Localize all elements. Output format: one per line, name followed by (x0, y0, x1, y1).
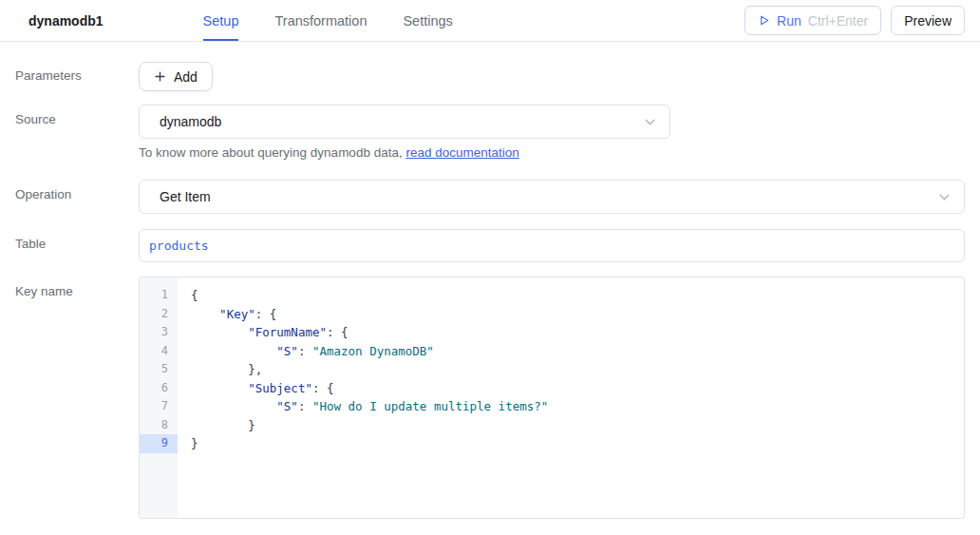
line-number: 6 (140, 379, 178, 398)
chevron-down-icon (936, 189, 952, 205)
operation-row: Operation Get Item (15, 180, 965, 214)
table-row: Table (15, 229, 965, 262)
query-name: dynamodb1 (28, 13, 104, 29)
key-name-label: Key name (15, 277, 139, 519)
operation-selected-value: Get Item (160, 189, 211, 204)
line-number: 5 (140, 360, 178, 379)
code-line: "Key": { (191, 305, 548, 324)
tab-transformation[interactable]: Transformation (274, 0, 367, 41)
preview-button[interactable]: Preview (891, 6, 965, 35)
preview-button-label: Preview (904, 13, 952, 29)
source-select[interactable]: dynamodb (139, 105, 670, 139)
line-number: 8 (140, 416, 178, 435)
parameters-label: Parameters (15, 62, 139, 91)
parameters-row: Parameters Add (15, 62, 965, 91)
source-row: Source dynamodb To know more about query… (15, 105, 965, 160)
header-actions: Run Ctrl+Enter Preview (744, 0, 965, 41)
read-documentation-link[interactable]: read documentation (405, 145, 518, 160)
line-number: 7 (140, 397, 178, 416)
code-line: "S": "How do I update multiple items?" (191, 397, 548, 416)
source-helper-text: To know more about querying dynamodb dat… (139, 145, 965, 160)
query-tabs: Setup Transformation Settings (203, 0, 453, 41)
code-line: "Subject": { (191, 379, 548, 398)
add-button-label: Add (174, 69, 198, 85)
code-line: "S": "Amazon DynamoDB" (191, 342, 548, 361)
play-icon (758, 14, 770, 27)
source-label: Source (15, 105, 139, 160)
tab-settings[interactable]: Settings (403, 0, 452, 41)
helper-prefix: To know more about querying dynamodb dat… (139, 145, 405, 160)
code-line: "ForumName": { (191, 323, 548, 342)
tab-setup[interactable]: Setup (203, 0, 239, 41)
add-parameter-button[interactable]: Add (139, 62, 213, 91)
table-input[interactable] (139, 229, 965, 262)
code-content[interactable]: { "Key": { "ForumName": { "S": "Amazon D… (178, 277, 548, 518)
code-line: } (191, 434, 548, 453)
line-number: 3 (140, 323, 178, 342)
source-selected-value: dynamodb (160, 114, 221, 129)
code-line: { (191, 286, 548, 305)
line-number: 1 (140, 286, 178, 305)
run-button-label: Run (777, 13, 801, 29)
chevron-down-icon (642, 114, 658, 130)
line-number: 4 (140, 342, 178, 361)
key-name-code-editor[interactable]: 123456789 { "Key": { "ForumName": { "S":… (139, 277, 965, 519)
plus-icon (154, 70, 166, 83)
line-number: 2 (140, 305, 178, 324)
code-line: } (191, 416, 548, 435)
line-number: 9 (140, 434, 178, 453)
query-editor-header: dynamodb1 Setup Transformation Settings … (0, 0, 980, 42)
line-numbers: 123456789 (140, 277, 178, 518)
code-line: }, (191, 360, 548, 379)
run-button[interactable]: Run Ctrl+Enter (744, 6, 881, 35)
operation-label: Operation (15, 180, 139, 214)
operation-select[interactable]: Get Item (139, 180, 965, 214)
query-setup-form: Parameters Add Source dynamodb To know m… (0, 62, 980, 519)
run-shortcut-hint: Ctrl+Enter (808, 13, 868, 29)
key-name-row: Key name 123456789 { "Key": { "ForumName… (15, 277, 965, 519)
table-label: Table (15, 229, 139, 262)
